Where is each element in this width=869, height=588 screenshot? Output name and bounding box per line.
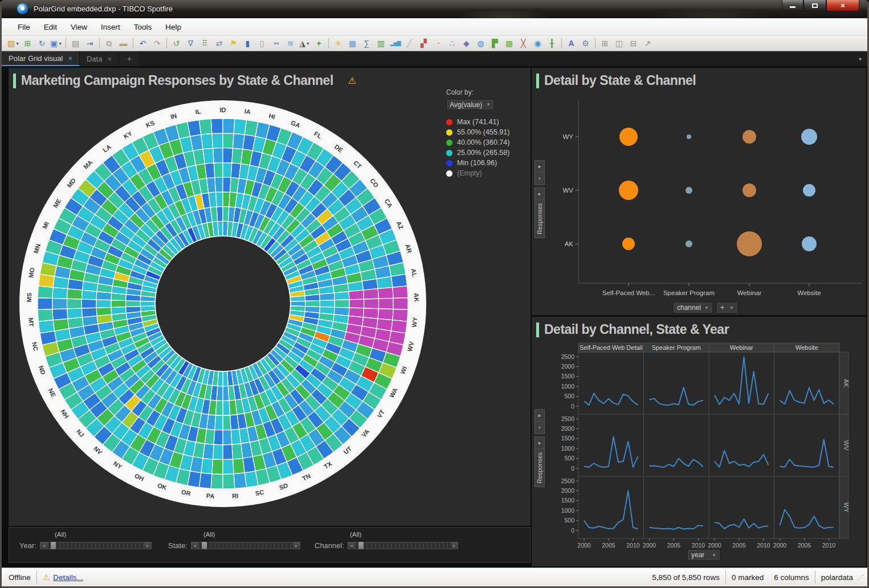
duplicate-page-button[interactable]: ▯ bbox=[255, 37, 269, 50]
polar-cell[interactable] bbox=[68, 317, 84, 329]
line-series[interactable] bbox=[584, 436, 638, 467]
polar-cell[interactable] bbox=[187, 120, 201, 137]
polar-cell[interactable] bbox=[334, 300, 349, 308]
polar-cell[interactable] bbox=[207, 178, 216, 193]
slider-left-arrow[interactable]: ◂ bbox=[191, 542, 198, 549]
add-page-tab[interactable]: + bbox=[119, 51, 140, 66]
slider-thumb[interactable] bbox=[202, 542, 207, 549]
copy-button[interactable]: ⧉ bbox=[102, 37, 116, 50]
insights-button[interactable]: ☀ bbox=[331, 37, 345, 50]
polar-cell[interactable] bbox=[223, 148, 233, 163]
bubble-marker[interactable] bbox=[686, 187, 692, 194]
line-series[interactable] bbox=[780, 387, 834, 404]
polar-cell[interactable] bbox=[126, 301, 141, 307]
bar-chart-button[interactable]: ▂▅▇ bbox=[388, 37, 402, 50]
bubble-marker[interactable] bbox=[619, 181, 638, 200]
layout-columns-button[interactable]: ◫ bbox=[612, 37, 626, 50]
slider-track[interactable] bbox=[355, 542, 451, 549]
line-series[interactable] bbox=[780, 510, 834, 529]
polar-cell[interactable] bbox=[234, 473, 246, 489]
tag-button[interactable]: ⚑ bbox=[226, 37, 240, 50]
polar-cell[interactable] bbox=[215, 177, 223, 192]
slider-left-arrow[interactable]: ◂ bbox=[40, 542, 47, 549]
bubble-marker[interactable] bbox=[742, 130, 756, 144]
add-axis-button[interactable]: + bbox=[535, 422, 544, 434]
filter-range-slider[interactable]: ◂▸ bbox=[40, 542, 152, 549]
line-series[interactable] bbox=[650, 387, 704, 405]
warning-icon[interactable]: ⚠ bbox=[348, 75, 356, 86]
line-chart-button[interactable]: ╱ bbox=[402, 37, 417, 50]
polar-cell[interactable] bbox=[320, 293, 334, 300]
filter-range-slider[interactable]: ◂▸ bbox=[191, 542, 300, 549]
polar-cell[interactable] bbox=[362, 279, 378, 290]
tab-close-icon[interactable]: × bbox=[107, 55, 112, 63]
expand-axis-button[interactable]: ▸ bbox=[535, 188, 544, 200]
polar-cell[interactable] bbox=[305, 295, 320, 301]
polar-cell[interactable] bbox=[223, 474, 235, 489]
undo-button[interactable]: ↶ bbox=[136, 37, 150, 50]
parallel-coordinate-button[interactable]: ╳ bbox=[516, 37, 531, 50]
scatter-plot-button[interactable]: ∴ bbox=[445, 37, 459, 50]
polar-cell[interactable] bbox=[393, 298, 408, 310]
polar-cell[interactable] bbox=[199, 119, 211, 135]
tab-polar-grid-visual[interactable]: Polar Grid visual× bbox=[2, 51, 80, 66]
polar-cell[interactable] bbox=[223, 371, 228, 386]
menu-help[interactable]: Help bbox=[158, 18, 188, 36]
line-series[interactable] bbox=[715, 357, 769, 405]
summary-table-button[interactable]: ∑ bbox=[360, 37, 374, 50]
polar-cell[interactable] bbox=[232, 444, 243, 459]
polar-cell[interactable] bbox=[320, 300, 334, 308]
text-area-button[interactable]: A bbox=[564, 37, 578, 50]
polar-cell[interactable] bbox=[378, 287, 393, 299]
polar-cell[interactable] bbox=[291, 296, 305, 301]
polar-cell[interactable] bbox=[38, 298, 52, 310]
polar-cell[interactable] bbox=[215, 415, 223, 430]
polar-cell[interactable] bbox=[203, 148, 214, 164]
bubble-marker[interactable] bbox=[803, 184, 815, 197]
polar-cell[interactable] bbox=[377, 276, 393, 289]
marking-button[interactable]: ⠿ bbox=[198, 37, 212, 50]
recommendations-button[interactable]: ≋ bbox=[283, 37, 297, 50]
polar-cell[interactable] bbox=[349, 299, 364, 308]
paste-button[interactable]: ▬ bbox=[116, 37, 130, 50]
resize-grip[interactable]: ⋰ bbox=[858, 574, 864, 581]
polar-cell[interactable] bbox=[233, 458, 245, 473]
x-axis-selector[interactable]: channel ▼ bbox=[673, 302, 713, 313]
bubble-marker[interactable] bbox=[687, 134, 691, 139]
polar-cell[interactable] bbox=[244, 471, 258, 488]
filter-range-slider[interactable]: ◂▸ bbox=[348, 542, 458, 549]
polar-cell[interactable] bbox=[223, 162, 232, 177]
bubble-marker[interactable] bbox=[737, 231, 762, 256]
polar-cell[interactable] bbox=[223, 401, 230, 415]
polar-cell[interactable] bbox=[52, 287, 68, 299]
polar-cell[interactable] bbox=[393, 309, 408, 322]
polar-cell[interactable] bbox=[212, 459, 223, 474]
treemap-button[interactable]: ▛ bbox=[488, 37, 502, 50]
combination-chart-button[interactable]: ▞ bbox=[417, 37, 431, 50]
polar-cell[interactable] bbox=[223, 444, 233, 459]
polar-cell[interactable] bbox=[201, 133, 213, 149]
polar-cell[interactable] bbox=[111, 307, 126, 315]
slider-thumb[interactable] bbox=[358, 542, 364, 549]
polar-cell[interactable] bbox=[334, 292, 349, 300]
export-button[interactable]: ⇥ bbox=[83, 37, 97, 50]
reload-data-button[interactable]: ↻ bbox=[35, 37, 49, 50]
collaboration-button[interactable]: ●● bbox=[269, 37, 283, 50]
display-options-button[interactable]: ◮▼ bbox=[297, 37, 312, 50]
polar-cell[interactable] bbox=[214, 162, 223, 177]
slider-right-arrow[interactable]: ▸ bbox=[451, 542, 458, 549]
polar-cell[interactable] bbox=[391, 274, 407, 287]
polar-cell[interactable] bbox=[223, 415, 231, 430]
maximize-visual-button[interactable]: ↗ bbox=[640, 37, 655, 50]
polar-cell[interactable] bbox=[305, 301, 320, 307]
polar-cell[interactable] bbox=[96, 300, 111, 308]
bubble-marker[interactable] bbox=[622, 238, 635, 250]
cross-table-button[interactable]: ▥ bbox=[374, 37, 388, 50]
polar-cell[interactable] bbox=[211, 474, 223, 489]
polar-cell[interactable] bbox=[52, 309, 68, 320]
line-series[interactable] bbox=[715, 519, 769, 529]
polar-cell[interactable] bbox=[140, 306, 155, 312]
polar-cell[interactable] bbox=[223, 430, 232, 445]
details-link[interactable]: Details... bbox=[53, 573, 83, 582]
slider-thumb[interactable] bbox=[51, 542, 56, 549]
